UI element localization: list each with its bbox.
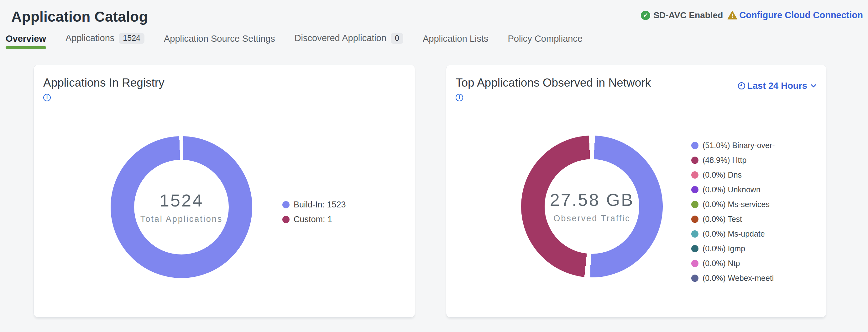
legend-label: (0.0%) Dns (703, 170, 742, 179)
legend-item-ntp[interactable]: (0.0%) Ntp (691, 259, 775, 268)
tab-applications-count-badge: 1524 (119, 33, 145, 44)
legend-label: Build-In: 1523 (293, 200, 346, 210)
legend-label: Custom: 1 (293, 215, 332, 224)
warning-triangle-icon (727, 11, 737, 20)
tab-application-source-settings-label: Application Source Settings (164, 34, 275, 44)
legend-label: (0.0%) Ms-services (703, 200, 770, 209)
legend-dot (691, 275, 699, 282)
top-applications-card-title: Top Applications Observed in Network (456, 76, 651, 89)
legend-dot (691, 171, 699, 178)
legend-item-binary-over[interactable]: (51.0%) Binary-over- (691, 141, 775, 150)
legend-label: (0.0%) Test (703, 215, 742, 224)
legend-item-webex-meeti[interactable]: (0.0%) Webex-meeti (691, 274, 775, 283)
legend-dot (691, 230, 699, 238)
clock-icon (737, 82, 746, 90)
time-range-label: Last 24 Hours (747, 81, 807, 91)
tab-applications-label: Applications (65, 33, 114, 43)
legend-label: (48.9%) Http (703, 156, 746, 165)
top-applications-legend: (51.0%) Binary-over- (48.9%) Http (0.0%)… (691, 141, 775, 283)
tab-applications[interactable]: Applications 1524 (65, 33, 145, 51)
tab-policy-compliance-label: Policy Compliance (508, 34, 583, 44)
tab-application-source-settings[interactable]: Application Source Settings (164, 34, 275, 51)
legend-item-custom[interactable]: Custom: 1 (282, 215, 346, 224)
top-applications-card: Top Applications Observed in Network i L… (446, 65, 826, 317)
tab-overview[interactable]: Overview (6, 34, 46, 51)
tab-overview-label: Overview (6, 34, 46, 44)
tab-discovered-application-label: Discovered Application (294, 33, 386, 43)
observed-traffic-value: 27.58 GB (550, 190, 634, 210)
applications-in-registry-card: Applications In Registry i 1524 Total Ap… (34, 65, 415, 317)
observed-traffic-label: Observed Traffic (553, 214, 630, 223)
legend-dot (691, 260, 699, 267)
legend-item-igmp[interactable]: (0.0%) Igmp (691, 245, 775, 253)
legend-label: (0.0%) Ms-update (703, 229, 765, 239)
legend-label: (0.0%) Webex-meeti (703, 274, 774, 283)
time-range-dropdown[interactable]: Last 24 Hours (737, 81, 818, 91)
legend-label: (0.0%) Igmp (703, 244, 745, 253)
registry-legend: Build-In: 1523 Custom: 1 (282, 200, 346, 224)
legend-dot (691, 142, 699, 149)
legend-label: (0.0%) Unknown (703, 185, 761, 194)
legend-item-ms-services[interactable]: (0.0%) Ms-services (691, 200, 775, 209)
legend-item-test[interactable]: (0.0%) Test (691, 215, 775, 224)
legend-item-ms-update[interactable]: (0.0%) Ms-update (691, 230, 775, 239)
dashboard-cards-row: Applications In Registry i 1524 Total Ap… (34, 65, 827, 317)
page-title: Application Catalog (11, 8, 148, 25)
check-circle-icon: ✓ (641, 11, 650, 20)
application-catalog-page: Application Catalog ✓ SD-AVC Enabled Con… (0, 0, 868, 332)
info-icon[interactable]: i (43, 94, 51, 101)
top-applications-donut-chart: 27.58 GB Observed Traffic (521, 136, 663, 277)
registry-card-title: Applications In Registry (43, 76, 164, 89)
info-icon[interactable]: i (456, 94, 463, 101)
total-applications-value: 1524 (159, 190, 204, 211)
legend-item-dns[interactable]: (0.0%) Dns (691, 171, 775, 179)
legend-dot (691, 245, 699, 252)
configure-cloud-connection-link[interactable]: Configure Cloud Connection (739, 10, 863, 20)
registry-donut-chart: 1524 Total Applications (111, 136, 252, 278)
legend-item-build-in[interactable]: Build-In: 1523 (282, 200, 346, 210)
tab-policy-compliance[interactable]: Policy Compliance (508, 34, 583, 51)
tab-application-lists[interactable]: Application Lists (423, 34, 489, 51)
sdavc-status-label: SD-AVC Enabled (653, 10, 723, 20)
legend-dot (691, 201, 699, 208)
active-tab-underline (6, 46, 46, 49)
legend-dot (282, 201, 289, 209)
tab-discovered-application[interactable]: Discovered Application 0 (294, 33, 403, 51)
tab-discovered-application-count-badge: 0 (391, 33, 403, 44)
tab-application-lists-label: Application Lists (423, 34, 489, 44)
legend-item-unknown[interactable]: (0.0%) Unknown (691, 186, 775, 194)
top-applications-donut-center: 27.58 GB Observed Traffic (545, 159, 639, 254)
legend-label: (51.0%) Binary-over- (703, 141, 775, 150)
chevron-down-icon (809, 81, 818, 90)
legend-label: (0.0%) Ntp (703, 259, 740, 268)
sdavc-status-row: ✓ SD-AVC Enabled Configure Cloud Connect… (641, 10, 863, 20)
legend-dot (691, 186, 699, 193)
legend-dot (691, 216, 699, 223)
registry-donut-center: 1524 Total Applications (134, 160, 229, 254)
legend-dot (691, 157, 699, 164)
legend-dot (282, 216, 289, 223)
tab-bar: Overview Applications 1524 Application S… (0, 25, 868, 51)
legend-item-http[interactable]: (48.9%) Http (691, 156, 775, 165)
total-applications-label: Total Applications (141, 214, 223, 224)
page-header: Application Catalog ✓ SD-AVC Enabled Con… (0, 0, 868, 25)
